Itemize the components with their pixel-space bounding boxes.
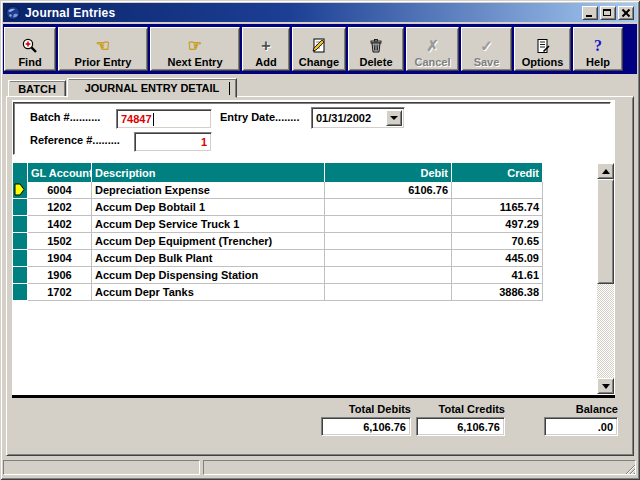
cancel-label: Cancel bbox=[414, 56, 450, 68]
cell-gl-account: 1906 bbox=[28, 267, 92, 284]
cell-credit: 3886.38 bbox=[452, 284, 543, 301]
cell-description: Depreciation Expense bbox=[92, 182, 325, 199]
add-label: Add bbox=[255, 56, 276, 68]
cell-credit: 70.65 bbox=[452, 233, 543, 250]
x-cancel-icon: ✗ bbox=[426, 36, 439, 56]
balance-label: Balance bbox=[539, 403, 618, 415]
current-row-arrow-icon bbox=[14, 183, 25, 196]
journal-entries-window: Journal Entries Find ☜ Prior Entry bbox=[0, 0, 640, 480]
grid-header-gl-account: GL Account bbox=[28, 163, 92, 182]
row-indicator bbox=[13, 284, 28, 301]
cell-gl-account: 1202 bbox=[28, 199, 92, 216]
minimize-icon bbox=[586, 15, 592, 17]
text-caret bbox=[153, 113, 154, 126]
find-magnifier-icon bbox=[21, 36, 39, 56]
cell-debit bbox=[325, 267, 452, 284]
toolbar: Find ☜ Prior Entry ☞ Next Entry + Add bbox=[3, 24, 637, 74]
entry-date-dropdown-button[interactable] bbox=[386, 110, 402, 126]
grid-header-credit: Credit bbox=[452, 163, 543, 182]
current-row-indicator bbox=[13, 182, 28, 199]
cell-debit bbox=[325, 250, 452, 267]
maximize-button[interactable] bbox=[600, 6, 616, 20]
cell-gl-account: 1402 bbox=[28, 216, 92, 233]
table-row[interactable]: 1202 Accum Dep Bobtail 1 1165.74 bbox=[13, 199, 543, 216]
scroll-down-button[interactable] bbox=[597, 378, 614, 394]
cell-credit: 1165.74 bbox=[452, 199, 543, 216]
reference-number-input[interactable]: 1 bbox=[134, 132, 212, 152]
change-button[interactable]: Change bbox=[292, 27, 346, 71]
grid-vertical-scrollbar[interactable] bbox=[597, 163, 614, 394]
tab-journal-entry-detail[interactable]: JOURNAL ENTRY DETAIL bbox=[67, 78, 237, 98]
grid-header-row: GL Account Description Debit Credit bbox=[13, 163, 543, 182]
add-button[interactable]: + Add bbox=[242, 27, 290, 71]
help-button[interactable]: ? Help bbox=[573, 27, 623, 71]
cell-gl-account: 1502 bbox=[28, 233, 92, 250]
journal-entry-detail-panel: Batch #.......... 74847 Entry Date......… bbox=[6, 96, 634, 456]
entry-date-label: Entry Date........ bbox=[220, 111, 299, 123]
row-indicator bbox=[13, 250, 28, 267]
delete-button[interactable]: Delete bbox=[348, 27, 404, 71]
table-row[interactable]: 1904 Accum Dep Bulk Plant 445.09 bbox=[13, 250, 543, 267]
save-button: ✓ Save bbox=[461, 27, 512, 71]
table-row[interactable]: 1702 Accum Depr Tanks 3886.38 bbox=[13, 284, 543, 301]
triangle-up-icon bbox=[602, 169, 610, 174]
prior-entry-button[interactable]: ☜ Prior Entry bbox=[58, 27, 148, 71]
grid-header-indicator-cell bbox=[13, 163, 28, 182]
table-row[interactable]: 1402 Accum Dep Service Truck 1 497.29 bbox=[13, 216, 543, 233]
grid-header-debit: Debit bbox=[325, 163, 452, 182]
row-indicator bbox=[13, 267, 28, 284]
row-indicator bbox=[13, 233, 28, 250]
balance-value: .00 bbox=[544, 417, 618, 436]
tab-focus-caret bbox=[229, 82, 230, 95]
entry-date-value: 01/31/2002 bbox=[316, 112, 371, 124]
batch-number-input[interactable]: 74847 bbox=[116, 109, 212, 129]
minimize-button[interactable] bbox=[582, 6, 598, 20]
batch-number-value: 74847 bbox=[121, 113, 152, 125]
change-label: Change bbox=[299, 56, 339, 68]
cell-gl-account: 1904 bbox=[28, 250, 92, 267]
next-entry-label: Next Entry bbox=[167, 56, 222, 68]
table-row[interactable]: 1906 Accum Dep Dispensing Station 41.61 bbox=[13, 267, 543, 284]
batch-number-label: Batch #.......... bbox=[30, 111, 100, 123]
tab-region: BATCH JOURNAL ENTRY DETAIL Batch #......… bbox=[3, 74, 637, 458]
cell-description: Accum Dep Dispensing Station bbox=[92, 267, 325, 284]
cell-credit: 497.29 bbox=[452, 216, 543, 233]
help-label: Help bbox=[586, 56, 610, 68]
delete-label: Delete bbox=[359, 56, 392, 68]
cell-debit: 6106.76 bbox=[325, 182, 452, 199]
hand-pointing-right-icon: ☞ bbox=[188, 36, 202, 56]
prior-entry-label: Prior Entry bbox=[75, 56, 132, 68]
cell-gl-account: 6004 bbox=[28, 182, 92, 199]
close-button[interactable] bbox=[618, 6, 634, 20]
total-credits-label: Total Credits bbox=[416, 403, 505, 415]
status-cell-right bbox=[203, 460, 636, 475]
options-label: Options bbox=[522, 56, 564, 68]
reference-number-label: Reference #......... bbox=[30, 134, 120, 146]
journal-entries-grid: GL Account Description Debit Credit 6004… bbox=[13, 163, 543, 301]
table-row[interactable]: 6004 Depreciation Expense 6106.76 bbox=[13, 182, 543, 199]
cell-debit bbox=[325, 233, 452, 250]
cell-description: Accum Dep Bobtail 1 bbox=[92, 199, 325, 216]
save-label: Save bbox=[474, 56, 500, 68]
row-indicator bbox=[13, 216, 28, 233]
status-cell-left bbox=[3, 460, 200, 475]
entry-date-combobox[interactable]: 01/31/2002 bbox=[311, 107, 405, 129]
page-pencil-icon bbox=[310, 36, 328, 56]
title-bar: Journal Entries bbox=[3, 3, 637, 22]
plus-icon: + bbox=[261, 36, 270, 56]
table-row[interactable]: 1502 Accum Dep Equipment (Trencher) 70.6… bbox=[13, 233, 543, 250]
options-button[interactable]: Options bbox=[514, 27, 571, 71]
resize-grip[interactable] bbox=[623, 462, 635, 474]
cell-description: Accum Depr Tanks bbox=[92, 284, 325, 301]
next-entry-button[interactable]: ☞ Next Entry bbox=[150, 27, 240, 71]
grid-header-description: Description bbox=[92, 163, 325, 182]
find-button[interactable]: Find bbox=[4, 27, 56, 71]
window-title: Journal Entries bbox=[25, 6, 115, 20]
clipboard-pen-icon bbox=[534, 36, 552, 56]
row-indicator bbox=[13, 199, 28, 216]
scroll-up-button[interactable] bbox=[597, 163, 614, 179]
total-credits-value: 6,106.76 bbox=[416, 417, 505, 436]
scrollbar-thumb[interactable] bbox=[597, 179, 614, 284]
cell-credit: 445.09 bbox=[452, 250, 543, 267]
tab-batch[interactable]: BATCH bbox=[8, 80, 66, 97]
